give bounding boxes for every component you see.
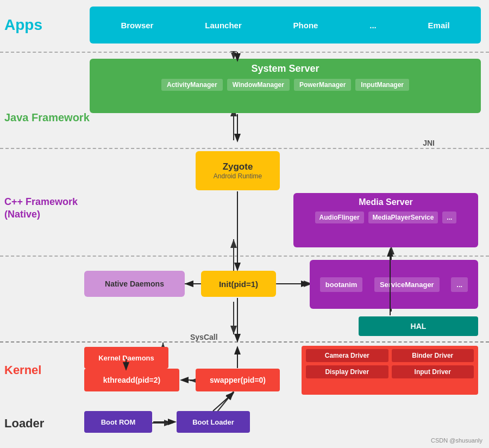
camera-driver-box: Camera Driver (306, 349, 388, 362)
native-daemons-box: Native Daemons (84, 271, 185, 297)
app-launcher: Launcher (205, 21, 242, 30)
hal-box: HAL (359, 316, 478, 336)
loader-label: Loader (4, 416, 44, 431)
kernel-label: Kernel (4, 363, 41, 377)
dashed-2 (0, 148, 489, 149)
swapper-box: swapper(pid=0) (196, 369, 280, 391)
media-player-service: MediaPlayerService (368, 211, 438, 223)
hal-label: HAL (411, 322, 427, 331)
power-manager: PowerManager (294, 79, 351, 91)
input-driver-box: Input Driver (392, 365, 474, 378)
android-architecture-diagram: init_right --> Boot Loader --> Apps Brow… (0, 0, 489, 448)
binder-driver-box: Binder Driver (392, 349, 474, 362)
boot-rom-label: Boot ROM (101, 418, 136, 426)
display-driver-box: Display Driver (306, 365, 388, 378)
init-right-ellipsis: ... (451, 277, 468, 292)
svg-line-13 (217, 391, 234, 412)
app-browser: Browser (121, 21, 153, 30)
init-label: Init(pid=1) (219, 279, 258, 289)
kernel-daemons-box: Kernel Daemons (84, 347, 168, 369)
audio-flinger: AudioFlinger (315, 211, 364, 223)
dashed-1 (0, 52, 489, 53)
bootanim-label: bootanim (320, 277, 363, 292)
service-manager-label: ServiceManager (374, 277, 440, 292)
java-framework-label: Java Framework (4, 111, 90, 124)
init-box: Init(pid=1) (201, 271, 276, 297)
cpp-framework-label: C++ Framework(Native) (4, 196, 83, 221)
zygote-box: Zygote Android Runtime (196, 151, 280, 190)
dashed-4 (0, 341, 489, 343)
kthreadd-box: kthreadd(pid=2) (84, 369, 179, 391)
media-server-title: Media Server (300, 197, 472, 207)
app-ellipsis: ... (369, 21, 377, 30)
input-manager: InputManager (355, 79, 409, 91)
zygote-subtitle: Android Runtime (214, 172, 262, 180)
activity-manager: ActivityManager (161, 79, 223, 91)
zygote-title: Zygote (223, 161, 253, 172)
app-email: Email (428, 21, 450, 30)
system-server-title: System Server (96, 63, 474, 74)
system-server-box: System Server ActivityManager WindowMana… (90, 59, 481, 113)
dashed-3 (0, 256, 489, 257)
kthreadd-label: kthreadd(pid=2) (103, 376, 160, 384)
media-server-box: Media Server AudioFlinger MediaPlayerSer… (293, 193, 478, 247)
drivers-box: Camera Driver Binder Driver Display Driv… (302, 346, 478, 395)
apps-bar: Browser Launcher Phone ... Email (90, 7, 481, 43)
jni-label: JNI (423, 139, 435, 147)
boot-rom-box: Boot ROM (84, 411, 152, 433)
svg-line-29 (213, 393, 234, 411)
kernel-daemons-label: Kernel Daemons (98, 354, 154, 362)
window-manager: WindowManager (227, 79, 290, 91)
native-daemons-label: Native Daemons (105, 279, 164, 288)
apps-layer-label: Apps (4, 16, 42, 34)
media-ellipsis: ... (442, 211, 456, 223)
syscall-label: SysCall (190, 333, 218, 341)
init-right-box: bootanim ServiceManager ... (310, 260, 478, 309)
watermark: CSDN @shusuanly (431, 437, 482, 444)
boot-loader-box: Boot Loader (177, 411, 250, 433)
boot-loader-label: Boot Loader (192, 418, 234, 426)
app-phone: Phone (293, 21, 318, 30)
swapper-label: swapper(pid=0) (210, 376, 266, 384)
